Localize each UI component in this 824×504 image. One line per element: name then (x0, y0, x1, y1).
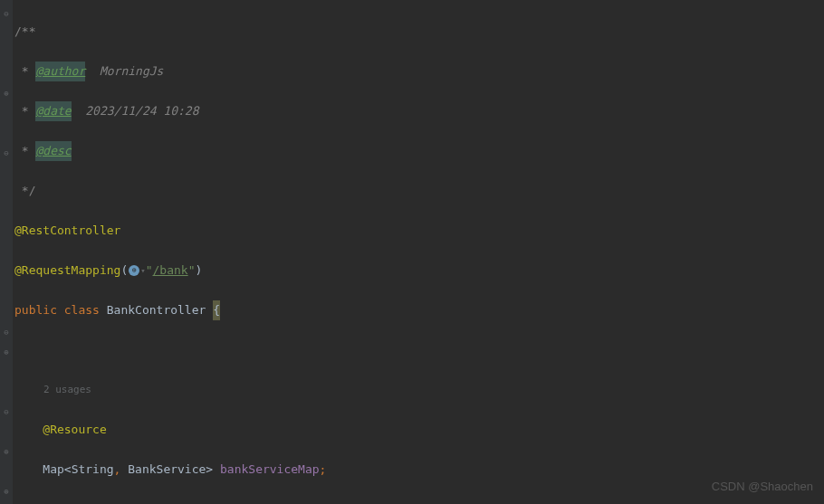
code-line[interactable] (14, 340, 824, 360)
code-line[interactable]: * @desc (14, 141, 824, 161)
author-value: MorningJs (100, 62, 163, 81)
doctag-author: @author (35, 62, 85, 81)
fold-icon[interactable]: ⊖ (2, 143, 11, 152)
field-name: bankServiceMap (220, 460, 320, 480)
code-line[interactable]: Map<String, BankService> bankServiceMap; (14, 460, 824, 480)
code-line[interactable]: /** (14, 22, 824, 42)
fold-icon[interactable]: ⊕ (2, 83, 11, 92)
fold-icon[interactable]: ⊕ (2, 481, 11, 490)
annotation-rest: @RestController (14, 221, 120, 241)
fold-icon[interactable]: ⊕ (2, 442, 11, 451)
fold-icon[interactable]: ⊖ (2, 402, 11, 411)
gutter: ⊖ ⊕ ⊖ ⊖ ⊕ ⊖ ⊕ ⊕ (0, 0, 13, 504)
code-line[interactable]: */ (14, 181, 824, 201)
date-value: 2023/11/24 10:28 (85, 101, 198, 121)
fold-icon[interactable]: ⊖ (2, 4, 11, 13)
code-line[interactable]: * @author MorningJs (14, 62, 824, 81)
fold-icon[interactable]: ⊖ (2, 322, 11, 331)
web-icon[interactable]: ⊕ (129, 265, 139, 276)
code-line[interactable]: @Resource (14, 420, 824, 440)
fold-icon[interactable]: ⊕ (2, 342, 11, 351)
doctag-desc: @desc (35, 141, 71, 161)
code-line[interactable]: * @date 2023/11/24 10:28 (14, 101, 824, 121)
annotation-reqmap: @RequestMapping (14, 261, 120, 281)
watermark: CSDN @Shaochen (712, 477, 813, 497)
code-line[interactable]: @RestController (14, 221, 824, 241)
comment-text: /** (14, 22, 35, 42)
class-name: BankController (107, 300, 206, 320)
usage-hint[interactable]: 2 usages (14, 380, 824, 400)
path-bank: /bank (152, 261, 187, 281)
doctag-date: @date (35, 101, 71, 121)
annotation-resource: @Resource (43, 420, 106, 440)
code-line[interactable]: @RequestMapping(⊕▾"/bank") (14, 261, 824, 281)
code-editor[interactable]: /** * @author MorningJs * @date 2023/11/… (0, 0, 824, 504)
code-line[interactable]: public class BankController { (14, 300, 824, 320)
code-line[interactable] (14, 499, 824, 504)
comment-close: */ (14, 181, 35, 201)
brace-open: { (213, 300, 220, 320)
